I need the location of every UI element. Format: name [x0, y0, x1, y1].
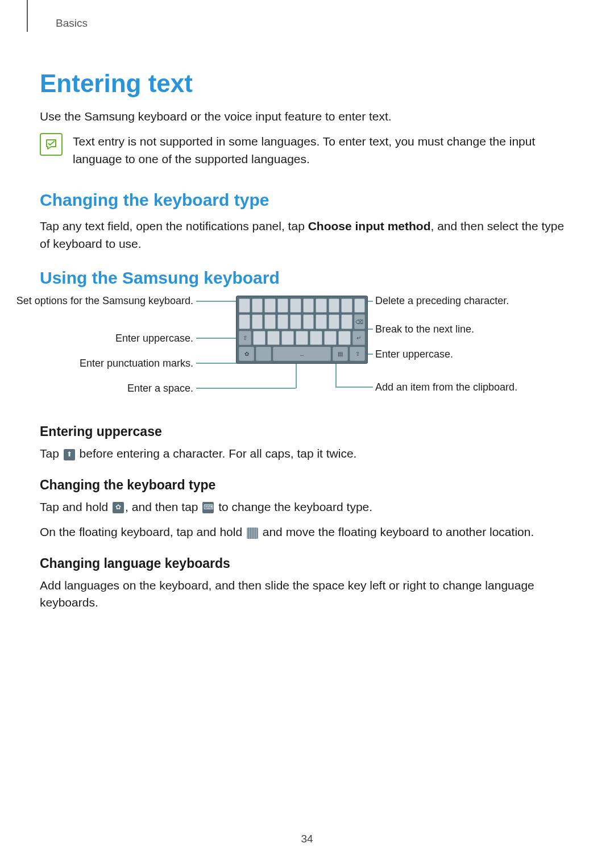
text: Tap any text field, open the notificatio… [40, 219, 308, 232]
intro-paragraph: Use the Samsung keyboard or the voice in… [40, 108, 574, 125]
page-title: Entering text [40, 69, 574, 98]
text: before entering a character. For all cap… [76, 447, 357, 460]
backspace-key: ⌫ [354, 314, 366, 329]
changing-keyboard-type2-p1: Tap and hold ✿, and then tap ⌨ to change… [40, 499, 574, 516]
sub-entering-uppercase: Entering uppercase [40, 424, 574, 439]
sub-changing-language: Changing language keyboards [40, 556, 574, 571]
shift-key-right: ⇧ [350, 347, 365, 361]
text: On the floating keyboard, tap and hold [40, 525, 246, 538]
keyboard-icon: ⌨ [202, 502, 214, 513]
bold-choose-input: Choose input method [308, 219, 431, 232]
shift-key-left: ⇧ [239, 331, 251, 345]
shift-icon: ⬆ [64, 449, 75, 460]
text: Tap and hold [40, 500, 111, 513]
vertical-rule [27, 0, 28, 32]
text: , and then tap [125, 500, 201, 513]
label-delete: Delete a preceding character. [375, 294, 509, 308]
sub-changing-keyboard-type: Changing the keyboard type [40, 477, 574, 493]
enter-key: ↵ [352, 331, 365, 345]
changing-language-body: Add languages on the keyboard, and then … [40, 577, 574, 612]
label-clipboard: Add an item from the clipboard. [375, 381, 517, 394]
text: Tap [40, 447, 63, 460]
space-key: ⎵ [273, 347, 331, 361]
label-enter-punctuation: Enter punctuation marks. [80, 357, 193, 370]
text: Set options for the Samsung keyboard. [16, 295, 193, 306]
label-enter-uppercase-left: Enter uppercase. [115, 332, 193, 345]
note-text: Text entry is not supported in some lang… [73, 133, 574, 168]
section-using-samsung-keyboard: Using the Samsung keyboard [40, 268, 574, 288]
gear-icon: ✿ [113, 502, 124, 513]
page-number: 34 [0, 833, 614, 845]
text: and move the floating keyboard to anothe… [259, 525, 534, 538]
drag-handle-icon [247, 528, 258, 539]
keyboard-graphic: ⌫ ⇧ ↵ ✿ ⎵ ▤ ⇧ [236, 296, 368, 364]
label-break-line: Break to the next line. [375, 323, 474, 336]
settings-key: ✿ [239, 347, 254, 361]
label-enter-uppercase-right: Enter uppercase. [375, 348, 453, 361]
changing-keyboard-type-body: Tap any text field, open the notificatio… [40, 218, 574, 252]
clipboard-key: ▤ [333, 347, 348, 361]
keyboard-diagram: Set options for the Samsung keyboard. En… [74, 296, 540, 409]
page-content: Basics Entering text Use the Samsung key… [0, 0, 614, 611]
section-changing-keyboard-type: Changing the keyboard type [40, 190, 574, 210]
note-callout: Text entry is not supported in some lang… [40, 133, 574, 168]
breadcrumb: Basics [56, 17, 574, 30]
entering-uppercase-body: Tap ⬆ before entering a character. For a… [40, 445, 574, 462]
changing-keyboard-type2-p2: On the floating keyboard, tap and hold a… [40, 524, 574, 541]
text: to change the keyboard type. [215, 500, 372, 513]
note-icon [40, 133, 63, 156]
label-set-options: Set options for the Samsung keyboard. [16, 294, 193, 308]
label-enter-space: Enter a space. [127, 382, 193, 395]
sym-key [256, 347, 271, 361]
